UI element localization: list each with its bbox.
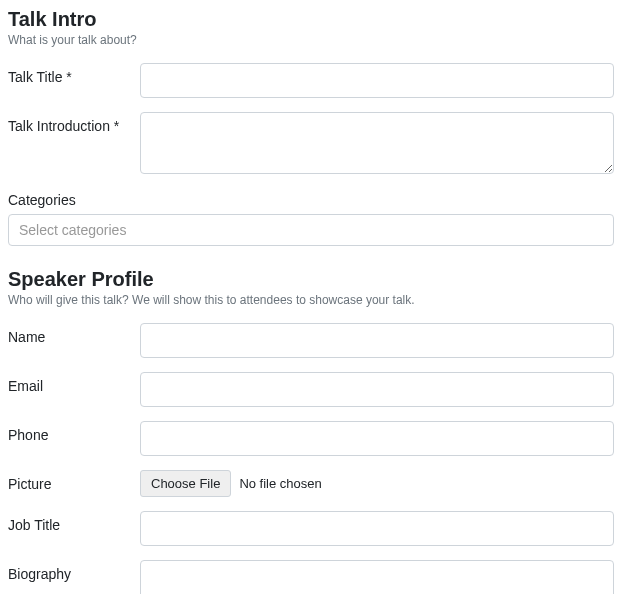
email-row: Email <box>8 372 614 407</box>
categories-group: Categories Select categories <box>8 192 614 246</box>
categories-label: Categories <box>8 192 614 208</box>
email-input[interactable] <box>140 372 614 407</box>
talk-intro-subtitle: What is your talk about? <box>8 33 614 47</box>
phone-label: Phone <box>8 421 140 443</box>
picture-row: Picture Choose File No file chosen <box>8 470 614 497</box>
talk-title-row: Talk Title * <box>8 63 614 98</box>
name-label: Name <box>8 323 140 345</box>
speaker-profile-title: Speaker Profile <box>8 268 614 291</box>
picture-label: Picture <box>8 470 140 492</box>
talk-introduction-row: Talk Introduction * <box>8 112 614 178</box>
name-row: Name <box>8 323 614 358</box>
choose-file-button[interactable]: Choose File <box>140 470 231 497</box>
job-title-row: Job Title <box>8 511 614 546</box>
job-title-input[interactable] <box>140 511 614 546</box>
biography-row: Biography <box>8 560 614 594</box>
talk-title-input[interactable] <box>140 63 614 98</box>
biography-label: Biography <box>8 560 140 582</box>
talk-intro-title: Talk Intro <box>8 8 614 31</box>
talk-introduction-input[interactable] <box>140 112 614 174</box>
job-title-label: Job Title <box>8 511 140 533</box>
name-input[interactable] <box>140 323 614 358</box>
talk-title-label: Talk Title * <box>8 63 140 85</box>
phone-input[interactable] <box>140 421 614 456</box>
phone-row: Phone <box>8 421 614 456</box>
email-label: Email <box>8 372 140 394</box>
biography-input[interactable] <box>140 560 614 594</box>
speaker-profile-subtitle: Who will give this talk? We will show th… <box>8 293 614 307</box>
talk-introduction-label: Talk Introduction * <box>8 112 140 134</box>
categories-select[interactable]: Select categories <box>8 214 614 246</box>
file-status-text: No file chosen <box>239 476 321 491</box>
